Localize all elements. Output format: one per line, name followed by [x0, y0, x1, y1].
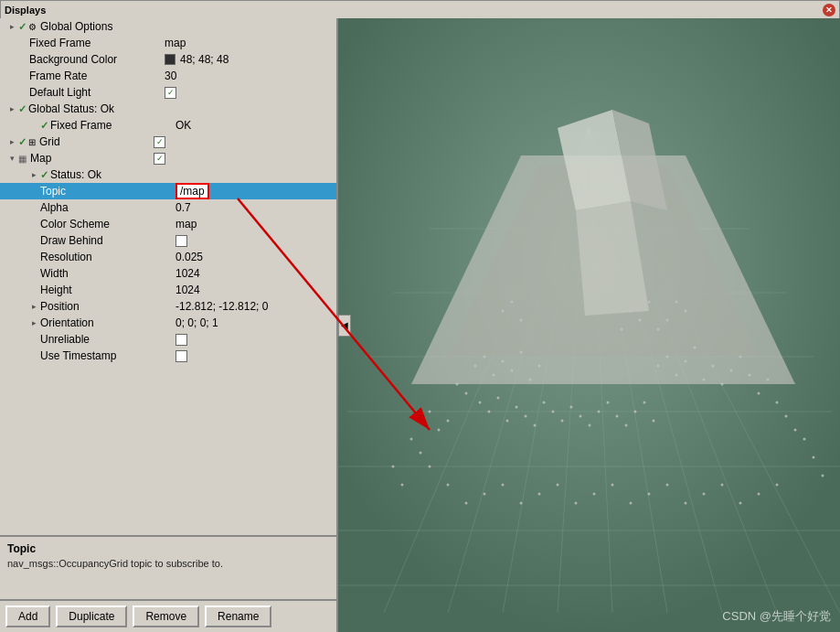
svg-point-26	[511, 370, 514, 372]
position-value: -12.812; -12.812; 0	[175, 300, 268, 313]
bottom-buttons: Add Duplicate Remove Rename	[0, 599, 336, 632]
alpha-value: 0.7	[175, 201, 191, 214]
svg-point-60	[497, 397, 500, 400]
label-cell: Topic	[29, 185, 175, 198]
tree-row-color-scheme[interactable]: Color Scheme map	[0, 216, 336, 232]
svg-point-95	[739, 502, 742, 505]
svg-point-31	[465, 392, 468, 395]
svg-point-61	[506, 420, 509, 423]
svg-point-104	[657, 328, 660, 331]
svg-point-93	[703, 493, 706, 496]
label-cell: Default Light	[18, 86, 165, 99]
spacer	[29, 220, 38, 229]
tree-row-grid[interactable]: ▸ ✓ ⊞ Grid	[0, 134, 336, 150]
tree-row-alpha[interactable]: Alpha 0.7	[0, 199, 336, 216]
expand-icon-position: ▸	[29, 302, 38, 311]
unreliable-checkbox[interactable]	[175, 334, 187, 346]
global-options-label: Global Options	[40, 20, 112, 33]
fixed-frame-ok-value: OK	[175, 119, 191, 132]
tree-row-use-timestamp[interactable]: Use Timestamp	[0, 348, 336, 364]
label-cell: ▾ ▦ Map	[7, 152, 154, 165]
remove-button[interactable]: Remove	[133, 605, 199, 627]
tree-row-global-status[interactable]: ▸ ✓ Global Status: Ok	[0, 101, 336, 117]
tree-row-height[interactable]: Height 1024	[0, 282, 336, 298]
svg-point-69	[579, 415, 582, 418]
viewport[interactable]: CSDN @先睡个好觉	[338, 18, 840, 632]
orientation-label: Orientation	[40, 316, 94, 329]
svg-point-101	[685, 310, 687, 313]
svg-point-39	[721, 383, 724, 386]
status-ok-label: Status: Ok	[50, 168, 101, 181]
map-checkbox[interactable]	[154, 153, 165, 165]
svg-point-49	[785, 415, 788, 418]
svg-point-77	[653, 420, 655, 423]
svg-point-56	[813, 456, 815, 459]
svg-point-54	[401, 484, 404, 487]
svg-point-76	[643, 402, 646, 404]
grid-checkbox[interactable]	[154, 136, 165, 148]
tree-area[interactable]: ▸ ✓ ⚙ Global Options Fixed Frame map Bac	[0, 18, 336, 535]
svg-point-75	[634, 411, 637, 413]
info-title: Topic	[7, 542, 329, 555]
draw-behind-label: Draw Behind	[40, 234, 103, 247]
svg-point-44	[767, 379, 770, 381]
tree-row-status-ok[interactable]: ▸ ✓ Status: Ok	[0, 166, 336, 183]
tree-row-orientation[interactable]: ▸ Orientation 0; 0; 0; 1	[0, 315, 336, 331]
svg-point-45	[429, 411, 431, 413]
tree-row-global-options[interactable]: ▸ ✓ ⚙ Global Options	[0, 18, 336, 35]
collapse-arrow[interactable]: ◀	[338, 315, 351, 337]
close-button[interactable]: ✕	[823, 4, 835, 16]
label-cell: Unreliable	[29, 333, 175, 346]
tree-row-resolution[interactable]: Resolution 0.025	[0, 249, 336, 265]
svg-point-27	[520, 351, 523, 354]
svg-point-79	[447, 484, 450, 487]
svg-point-34	[675, 374, 678, 377]
svg-point-72	[607, 402, 610, 404]
svg-point-63	[525, 415, 527, 418]
add-button[interactable]: Add	[5, 605, 50, 627]
tree-row-frame-rate[interactable]: Frame Rate 30	[0, 68, 336, 84]
expand-icon-status: ▸	[29, 170, 38, 179]
expand-icon-map: ▾	[7, 154, 16, 163]
tree-row-width[interactable]: Width 1024	[0, 265, 336, 282]
tree-row-topic[interactable]: Topic /map	[0, 183, 336, 199]
svg-point-81	[484, 493, 486, 496]
color-scheme-value: map	[175, 218, 197, 230]
spacer	[29, 236, 38, 245]
svg-point-53	[392, 466, 395, 468]
main-layout: ▸ ✓ ⚙ Global Options Fixed Frame map Bac	[0, 18, 840, 632]
expand-icon: ▸	[7, 22, 16, 31]
draw-behind-checkbox[interactable]	[175, 235, 187, 247]
tree-row-background-color[interactable]: Background Color 48; 48; 48	[0, 51, 336, 68]
frame-rate-label: Frame Rate	[29, 70, 87, 82]
svg-point-94	[721, 484, 724, 487]
svg-point-97	[776, 484, 779, 487]
tree-row-map[interactable]: ▾ ▦ Map	[0, 150, 336, 166]
tree-row-position[interactable]: ▸ Position -12.812; -12.812; 0	[0, 298, 336, 315]
topic-value: /map	[175, 183, 209, 199]
tree-row-fixed-frame-ok[interactable]: ✓ Fixed Frame OK	[0, 117, 336, 134]
duplicate-button[interactable]: Duplicate	[56, 605, 127, 627]
label-cell: Use Timestamp	[29, 349, 175, 362]
svg-point-92	[685, 502, 687, 505]
info-text: nav_msgs::OccupancyGrid topic to subscri…	[7, 558, 329, 569]
default-light-checkbox[interactable]	[165, 87, 176, 99]
label-cell: Height	[29, 284, 175, 296]
check-icon-global-options: ✓	[18, 21, 27, 33]
tree-row-fixed-frame[interactable]: Fixed Frame map	[0, 35, 336, 51]
rename-button[interactable]: Rename	[205, 605, 271, 627]
svg-point-78	[429, 466, 431, 468]
use-timestamp-checkbox[interactable]	[175, 350, 187, 362]
tree-row-default-light[interactable]: Default Light	[0, 84, 336, 101]
label-cell: ▸ ✓ ⊞ Grid	[7, 135, 154, 148]
grid-checkbox-value	[154, 136, 165, 148]
svg-point-74	[625, 424, 628, 427]
watermark: CSDN @先睡个好觉	[722, 608, 831, 625]
svg-point-83	[520, 502, 523, 505]
label-cell: Background Color	[18, 53, 165, 66]
tree-row-unreliable[interactable]: Unreliable	[0, 331, 336, 348]
tree-row-draw-behind[interactable]: Draw Behind	[0, 232, 336, 249]
svg-point-102	[675, 301, 678, 304]
svg-point-33	[666, 356, 669, 359]
svg-point-89	[630, 502, 633, 505]
